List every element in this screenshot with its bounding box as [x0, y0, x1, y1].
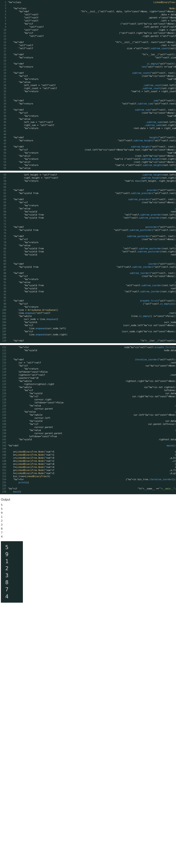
line-number: 3 [0, 7, 8, 10]
line-number: 115 [0, 358, 8, 361]
line-number: 59 [0, 183, 8, 186]
line-number: 38 [0, 115, 8, 118]
code-line: 126 "kw">yield cur.data [0, 392, 176, 395]
code-line: 143"kw">def main(): [0, 444, 176, 447]
line-number: 105 [0, 324, 8, 327]
line-number: 53 [0, 161, 8, 164]
line-number: 67 [0, 207, 8, 210]
line-number: 10 [0, 29, 8, 32]
line-number: 16 [0, 47, 8, 50]
code-line: 146 b=LinkedBinaryTree.Node("num">1) [0, 454, 176, 457]
line-number: 94 [0, 290, 8, 293]
code-line: 56 left_height = "self">self.subtree_hei… [0, 174, 176, 177]
code-line: 107 "kw">if (curr_node.right "kw">is not… [0, 330, 176, 333]
line-number: 92 [0, 284, 8, 287]
code-line: 99 "kw">return [0, 306, 176, 309]
code-content: "kw">def [8, 145, 131, 148]
code-line: 154 "kw">for i "kw">in bin_tree.iterativ… [0, 478, 176, 481]
line-number: 90 [0, 278, 8, 281]
line-number: 117 [0, 364, 8, 367]
code-line: 19 "kw">return "self">self.size [0, 56, 176, 59]
line-number: 12 [0, 35, 8, 38]
line-number: 42 [0, 127, 8, 130]
code-content: b=LinkedBinaryTree.Node("num">1 [8, 454, 175, 457]
code-content: "kw">return [8, 65, 142, 68]
line-number: 106 [0, 327, 8, 330]
line-number: 2 [0, 4, 8, 7]
code-line: 47 [0, 142, 176, 145]
code-content: cur=cur.left [8, 416, 176, 420]
line-number: 65 [0, 201, 8, 204]
code-content: leftdone="const">True [8, 435, 176, 438]
code-line: 130 "kw">else: [0, 404, 176, 407]
line-number: 62 [0, 192, 8, 195]
line-number: 66 [0, 204, 8, 207]
code-line: 60 [0, 186, 176, 189]
code-line: 28 left_count = "self">self.subtree_coun… [0, 84, 176, 87]
line-number: 47 [0, 142, 8, 145]
output-line: 5 [1, 507, 176, 511]
code-content: "kw">if [8, 22, 120, 26]
code-line: 110 "kw">def "fn">__iter__("self">self): [0, 339, 176, 342]
line-number: 138 [0, 429, 8, 432]
code-content: "kw">else [8, 167, 175, 170]
code-line: 33 "kw">def sum("self">self): [0, 99, 176, 102]
line-number: 123 [0, 383, 8, 386]
code-content: "kw">def [8, 444, 167, 447]
line-number: 150 [0, 466, 8, 469]
line-number: 30 [0, 90, 8, 93]
code-content: "kw">if [8, 112, 142, 115]
line-number: 6 [0, 16, 8, 19]
code-editor-block-2: 56 left_height = "self">self.subtree_hei… [0, 173, 176, 343]
code-content: "kw">for [8, 346, 124, 349]
code-line: 142 [0, 441, 176, 444]
code-line: 46 "kw">return "self">self.subtree_heigh… [0, 139, 176, 142]
code-content [8, 222, 176, 226]
code-content [8, 4, 176, 7]
code-content: "kw">else [8, 207, 175, 210]
line-number: 140 [0, 435, 8, 438]
code-content: "kw">elif [8, 161, 133, 164]
line-number: 43 [0, 130, 8, 133]
line-number: 58 [0, 180, 8, 183]
line-number: 48 [0, 145, 8, 148]
line-number: 5 [0, 13, 8, 16]
code-content: "kw">def [8, 189, 147, 192]
code-line: 105 "kw">if (curr_node.left "kw">is not … [0, 324, 176, 327]
output-plain: 559123874 [1, 503, 176, 538]
code-content: "kw">def [8, 108, 135, 112]
code-content [8, 232, 176, 235]
code-line: 52 "kw">return "num">1 + "self">self.sub… [0, 158, 176, 161]
line-number: 155 [0, 481, 8, 484]
line-number: 100 [0, 309, 8, 312]
line-number: 60 [0, 186, 8, 189]
line-number: 134 [0, 416, 8, 420]
code-content: "kw">return [8, 204, 176, 207]
line-number: 98 [0, 303, 8, 306]
line-number: 129 [0, 401, 8, 404]
code-content: cur=cur.parent [8, 426, 176, 429]
code-line: 77 "kw">if(root "kw">is "const">None): [0, 238, 176, 241]
output-line: 7 [1, 531, 176, 535]
line-number: 116 [0, 361, 8, 364]
code-line: 37 "kw">if (root "kw">is "const">None): [0, 112, 176, 115]
line-number: 156 [0, 484, 8, 487]
code-line: 34 "kw">return "self">self.subtree_sum("… [0, 102, 176, 105]
code-content: "self">self [8, 13, 160, 16]
line-number: 107 [0, 330, 8, 333]
code-content: "kw">return [8, 241, 176, 244]
line-number: 128 [0, 398, 8, 401]
code-content [8, 38, 176, 41]
line-number: 108 [0, 333, 8, 336]
line-number: 125 [0, 389, 8, 392]
code-content: print(i) [8, 481, 176, 484]
line-number: 39 [0, 118, 8, 121]
code-line: 58 "kw">return "num">1 + max(left_height… [0, 180, 176, 183]
output-line: 9 [1, 511, 176, 515]
output-line: 2 [5, 565, 19, 572]
line-number: 1 [0, 1, 8, 4]
code-content: "kw">yield from [8, 213, 124, 216]
code-line: 109 [0, 336, 176, 339]
code-line: 44 [0, 133, 176, 136]
line-number: 102 [0, 315, 8, 318]
